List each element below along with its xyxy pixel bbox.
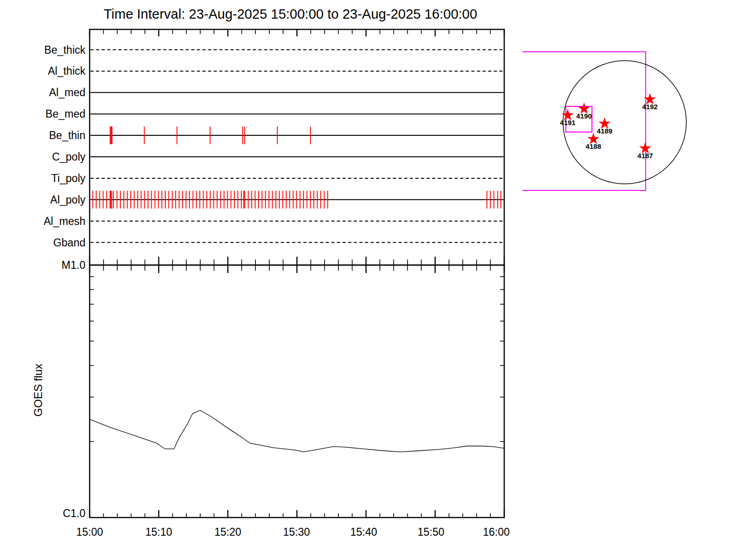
active-region-label: 4188 bbox=[585, 142, 601, 150]
axes-group: 15:0015:1015:2015:3015:4015:5016:00 bbox=[76, 29, 510, 538]
filter-label-al_poly: Al_poly bbox=[50, 194, 86, 206]
solar-limb-circle bbox=[563, 61, 686, 184]
xrt-flare-observation-screenshot: Time Interval: 23-Aug-2025 15:00:00 to 2… bbox=[0, 0, 747, 560]
active-region-label: 4187 bbox=[637, 152, 653, 160]
y-top-label: M1.0 bbox=[62, 259, 85, 271]
active-region-label: 4191 bbox=[560, 119, 575, 126]
filter-label-al_mesh: Al_mesh bbox=[44, 215, 85, 227]
filter-label-be_med: Be_med bbox=[45, 108, 85, 120]
filter-label-al_med: Al_med bbox=[49, 86, 85, 98]
filter-label-al_thick: Al_thick bbox=[48, 65, 85, 77]
active-region-label: 4192 bbox=[642, 103, 657, 111]
solar-disk-group: 418741884189419041914192 bbox=[522, 52, 686, 190]
goes-flux-curve bbox=[90, 410, 504, 452]
active-region-label: 4190 bbox=[576, 112, 592, 120]
y-bottom-label: C1.0 bbox=[63, 507, 85, 519]
x-tick-label: 15:50 bbox=[417, 526, 444, 538]
filter-timeline-group: Be_thickAl_thickAl_medBe_medBe_thinC_pol… bbox=[44, 44, 504, 249]
x-tick-label: 15:10 bbox=[145, 526, 172, 538]
x-tick-label: 15:40 bbox=[350, 526, 377, 538]
plot-canvas: 418741884189419041914192 Be_thickAl_thic… bbox=[0, 0, 747, 560]
filter-label-be_thick: Be_thick bbox=[44, 44, 86, 56]
x-tick-label: 16:00 bbox=[483, 526, 510, 538]
filter-label-be_thin: Be_thin bbox=[49, 129, 85, 141]
active-region-label: 4189 bbox=[597, 127, 612, 135]
exposure-ticks-group bbox=[93, 126, 501, 209]
goes-curve-group bbox=[90, 410, 504, 452]
fov-bracket bbox=[522, 52, 646, 190]
axis-labels-group: M1.0 C1.0 GOES flux bbox=[32, 259, 85, 519]
filter-label-c_poly: C_poly bbox=[52, 151, 85, 163]
x-tick-label: 15:00 bbox=[76, 526, 103, 538]
filter-panel-border bbox=[90, 29, 504, 265]
x-tick-label: 15:30 bbox=[283, 526, 310, 538]
x-tick-label: 15:20 bbox=[214, 526, 241, 538]
filter-label-ti_poly: Ti_poly bbox=[51, 172, 86, 184]
filter-label-gband: Gband bbox=[53, 237, 85, 249]
goes-panel-border bbox=[90, 265, 504, 518]
goes-flux-axis-label: GOES flux bbox=[32, 364, 44, 416]
